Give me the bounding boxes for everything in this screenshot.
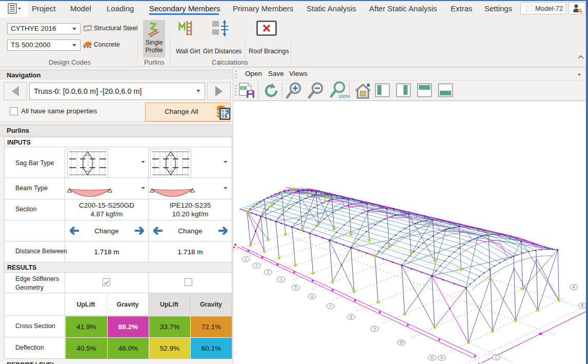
svg-text:11: 11	[431, 356, 434, 359]
svg-text:4: 4	[280, 278, 282, 281]
svg-text:Change: Change	[94, 227, 118, 235]
svg-text:100%: 100%	[338, 94, 350, 99]
svg-text:9: 9	[374, 327, 376, 331]
svg-text:1: 1	[245, 257, 247, 261]
svg-text:6: 6	[311, 295, 313, 298]
svg-text:D: D	[441, 356, 443, 359]
svg-text:B: B	[581, 304, 583, 307]
svg-text:5: 5	[295, 286, 297, 289]
svg-text:8: 8	[350, 315, 352, 319]
svg-text:Change: Change	[178, 227, 202, 235]
svg-text:A: A	[573, 285, 575, 289]
svg-text:IMG: IMG	[241, 86, 247, 90]
svg-text:C: C	[495, 355, 498, 359]
svg-text:2: 2	[255, 264, 257, 267]
svg-text:7: 7	[330, 305, 332, 308]
svg-text:10: 10	[399, 340, 403, 344]
svg-text:3: 3	[267, 270, 269, 274]
